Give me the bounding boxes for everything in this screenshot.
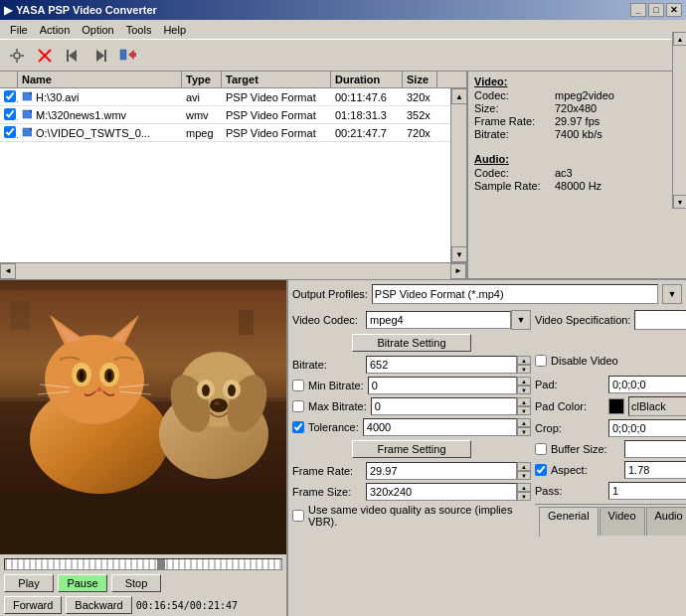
menu-option[interactable]: Option	[76, 22, 119, 38]
row3-checkbox[interactable]	[4, 126, 16, 138]
aspect-checkbox[interactable]	[535, 464, 547, 476]
menu-help[interactable]: Help	[157, 22, 192, 38]
file-list-header: Name Type Target Duration Size	[0, 72, 466, 88]
output-profile-container[interactable]: PSP Video Format (*.mp4)	[372, 284, 658, 304]
row2-size: 352x	[403, 108, 437, 122]
pad-color-select-container[interactable]: clBlack	[628, 396, 686, 416]
play-button[interactable]: Play	[4, 574, 54, 592]
tolerance-spinner: ▲ ▼	[517, 418, 531, 436]
tab-audio[interactable]: Audio	[646, 507, 686, 536]
col-header-target[interactable]: Target	[222, 72, 331, 87]
min-bitrate-checkbox[interactable]	[292, 380, 304, 391]
info-vscroll-down[interactable]: ▼	[673, 195, 686, 209]
min-bitrate-spin-down[interactable]: ▼	[517, 385, 531, 394]
frame-size-input[interactable]	[366, 483, 517, 501]
bitrate-spin-down[interactable]: ▼	[517, 365, 531, 374]
max-bitrate-checkbox[interactable]	[292, 400, 304, 412]
info-samplerate-label: Sample Rate:	[474, 180, 549, 192]
info-panel: Video: Codec: mpeg2video Size: 720x480 F…	[467, 72, 686, 278]
row1-name: H:\30.avi	[32, 90, 182, 104]
tab-video[interactable]: Video	[600, 507, 645, 536]
stop-button[interactable]: Stop	[111, 574, 161, 592]
tolerance-spin-up[interactable]: ▲	[517, 418, 531, 427]
progress-bar[interactable]	[4, 558, 282, 570]
video-codec-dropdown[interactable]: ▼	[511, 310, 531, 330]
frame-rate-row: Frame Rate: ▲ ▼	[292, 462, 531, 480]
video-spec-container[interactable]	[634, 310, 686, 330]
col-header-size[interactable]: Size	[403, 72, 437, 87]
pause-button[interactable]: Pause	[58, 574, 107, 592]
info-vscrollbar: ▲ ▼	[672, 72, 686, 209]
tab-generial[interactable]: Generial	[539, 507, 599, 537]
crop-input[interactable]	[608, 419, 686, 437]
table-row[interactable]: M:\320news1.wmv wmv PSP Video Format 01:…	[0, 106, 450, 124]
row2-checkbox[interactable]	[4, 108, 16, 120]
hscroll-right[interactable]: ►	[450, 263, 466, 279]
tolerance-input[interactable]	[363, 418, 517, 436]
buffer-size-input[interactable]	[624, 440, 686, 458]
row1-checkbox[interactable]	[4, 90, 16, 102]
max-bitrate-spin-down[interactable]: ▼	[517, 406, 531, 415]
menu-file[interactable]: File	[4, 22, 34, 38]
info-framerate-row: Frame Rate: 29.97 fps	[474, 115, 680, 127]
col-header-type[interactable]: Type	[182, 72, 222, 87]
buffer-size-checkbox[interactable]	[535, 443, 547, 455]
vscroll-up[interactable]: ▲	[451, 88, 466, 104]
bitrate-spin-up[interactable]: ▲	[517, 356, 531, 365]
tolerance-checkbox[interactable]	[292, 421, 304, 433]
frame-rate-input[interactable]	[366, 462, 517, 480]
col-header-duration[interactable]: Duration	[331, 72, 403, 87]
close-button[interactable]: ✕	[666, 3, 682, 17]
tool-settings-btn[interactable]	[4, 43, 30, 69]
info-bitrate-label: Bitrate:	[474, 128, 549, 140]
bitrate-input[interactable]	[366, 356, 517, 374]
disable-video-checkbox[interactable]	[535, 355, 547, 367]
source-quality-checkbox[interactable]	[292, 510, 304, 522]
tolerance-label: Tolerance:	[308, 421, 359, 433]
tolerance-spin-down[interactable]: ▼	[517, 427, 531, 436]
pass-input[interactable]	[608, 482, 686, 500]
source-quality-row: Use same video quality as source (implie…	[292, 504, 531, 528]
tool-next-btn[interactable]	[87, 43, 113, 69]
video-spec-label: Video Specification:	[535, 314, 630, 326]
hscroll-left[interactable]: ◄	[0, 263, 16, 279]
forward-button[interactable]: Forward	[4, 596, 62, 614]
tool-prev-btn[interactable]	[60, 43, 86, 69]
svg-point-45	[214, 401, 220, 405]
info-bitrate-row: Bitrate: 7400 kb/s	[474, 128, 680, 140]
table-row[interactable]: O:\VIDEO_TSWTS_0... mpeg PSP Video Forma…	[0, 124, 450, 142]
min-bitrate-input[interactable]	[368, 377, 517, 394]
output-profile-dropdown[interactable]: ▼	[662, 284, 682, 304]
frame-setting-button[interactable]: Frame Setting	[352, 440, 471, 458]
table-row[interactable]: H:\30.avi avi PSP Video Format 00:11:47.…	[0, 88, 450, 106]
min-bitrate-spin-up[interactable]: ▲	[517, 377, 531, 385]
pad-label: Pad:	[535, 379, 604, 390]
backward-button[interactable]: Backward	[66, 596, 131, 614]
info-audio-codec-label: Codec:	[474, 167, 549, 179]
menu-tools[interactable]: Tools	[120, 22, 158, 38]
vscroll-down[interactable]: ▼	[451, 246, 466, 262]
output-profile-value: PSP Video Format (*.mp4)	[375, 288, 655, 300]
aspect-input[interactable]	[624, 461, 686, 479]
tool-delete-btn[interactable]	[32, 43, 58, 69]
frame-size-spin-up[interactable]: ▲	[517, 483, 531, 492]
bitrate-setting-button[interactable]: Bitrate Setting	[352, 334, 471, 352]
frame-size-spin-down[interactable]: ▼	[517, 492, 531, 501]
col-header-name[interactable]: Name	[18, 72, 182, 87]
progress-thumb[interactable]	[157, 559, 165, 569]
buffer-size-input-container: ▲ ▼	[624, 440, 686, 458]
max-bitrate-spin-up[interactable]: ▲	[517, 397, 531, 406]
frame-rate-spin-up[interactable]: ▲	[517, 462, 531, 471]
frame-rate-spin-down[interactable]: ▼	[517, 471, 531, 480]
minimize-button[interactable]: _	[630, 3, 646, 17]
file-list-hscrollbar[interactable]: ◄ ►	[0, 262, 466, 278]
video-codec-input[interactable]	[366, 311, 511, 329]
maximize-button[interactable]: □	[648, 3, 664, 17]
file-list-vscrollbar[interactable]: ▲ ▼	[450, 88, 466, 262]
max-bitrate-label: Max Bitrate:	[308, 400, 367, 412]
max-bitrate-input[interactable]	[371, 397, 517, 415]
title-bar-buttons: _ □ ✕	[630, 3, 682, 17]
menu-action[interactable]: Action	[34, 22, 77, 38]
pad-input[interactable]	[608, 376, 686, 393]
tool-convert-btn[interactable]	[115, 43, 141, 69]
